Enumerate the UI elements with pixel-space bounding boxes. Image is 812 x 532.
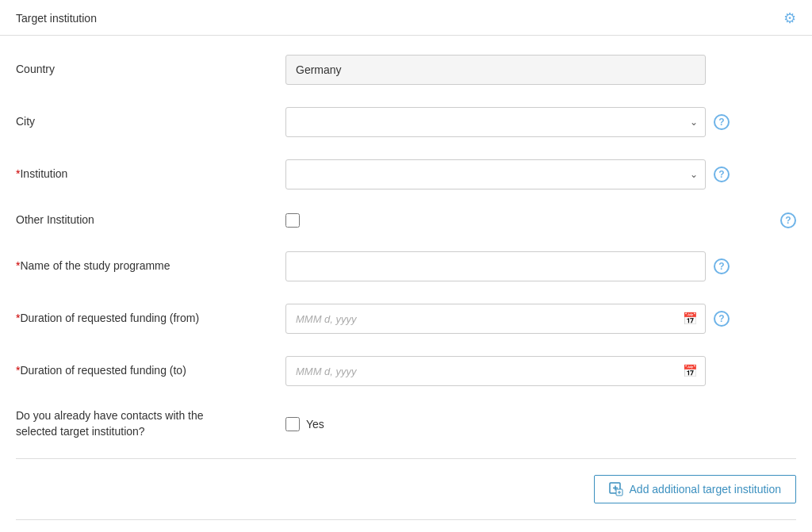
add-institution-icon <box>609 482 623 496</box>
contacts-label: Do you already have contacts with the se… <box>16 408 285 439</box>
institution-control-wrap: ⌄ ? <box>285 159 796 189</box>
gear-icon[interactable]: ⚙ <box>783 10 796 27</box>
form-body: Country City ⌄ ? *Institution <box>0 36 812 532</box>
other-institution-row: Other Institution ? <box>16 201 796 240</box>
institution-help-icon[interactable]: ? <box>714 166 730 182</box>
funding-to-row: *Duration of requested funding (to) 📅 <box>16 345 796 397</box>
add-button-row: Add additional target institution <box>16 458 796 511</box>
contacts-checkbox-wrap: Yes <box>285 417 324 431</box>
other-institution-label: Other Institution <box>16 212 285 228</box>
country-input[interactable] <box>285 55 706 85</box>
other-institution-control-wrap: ? <box>285 212 796 228</box>
study-programme-help-icon[interactable]: ? <box>714 258 730 274</box>
contacts-checkbox-label: Yes <box>306 418 324 431</box>
institution-select-wrapper: ⌄ <box>285 159 706 189</box>
funding-from-row: *Duration of requested funding (from) 📅 … <box>16 293 796 345</box>
section-header: Target institution ⚙ <box>0 0 812 36</box>
funding-from-label: *Duration of requested funding (from) <box>16 311 285 327</box>
city-select[interactable] <box>285 107 706 137</box>
country-control-wrap <box>285 55 796 85</box>
other-institution-help-icon[interactable]: ? <box>780 212 796 228</box>
study-programme-input[interactable] <box>285 251 706 281</box>
funding-to-date-wrapper: 📅 <box>285 356 706 386</box>
study-programme-row: *Name of the study programme ? <box>16 240 796 293</box>
contacts-control-wrap: Yes <box>285 417 796 431</box>
country-label: Country <box>16 62 285 78</box>
contacts-row: Do you already have contacts with the se… <box>16 397 796 450</box>
page-container: Target institution ⚙ Country City ⌄ ? <box>0 0 812 532</box>
bottom-divider <box>16 519 796 520</box>
section-title: Target institution <box>16 12 97 25</box>
city-control-wrap: ⌄ ? <box>285 107 796 137</box>
city-label: City <box>16 114 285 130</box>
contacts-checkbox[interactable] <box>285 417 300 431</box>
other-institution-checkbox[interactable] <box>285 213 300 228</box>
funding-from-control-wrap: 📅 ? <box>285 304 796 334</box>
city-select-wrapper: ⌄ <box>285 107 706 137</box>
funding-from-help-icon[interactable]: ? <box>714 311 730 327</box>
funding-from-input[interactable] <box>285 304 706 334</box>
study-programme-label: *Name of the study programme <box>16 258 285 274</box>
funding-to-input[interactable] <box>285 356 706 386</box>
study-programme-control-wrap: ? <box>285 251 796 281</box>
funding-to-label: *Duration of requested funding (to) <box>16 363 285 379</box>
institution-select[interactable] <box>285 159 706 189</box>
country-row: Country <box>16 44 796 96</box>
add-additional-target-button[interactable]: Add additional target institution <box>594 475 796 503</box>
institution-label: *Institution <box>16 166 285 182</box>
add-additional-target-label: Add additional target institution <box>630 483 781 496</box>
other-institution-checkbox-wrap <box>285 213 300 228</box>
institution-row: *Institution ⌄ ? <box>16 148 796 201</box>
funding-to-control-wrap: 📅 <box>285 356 796 386</box>
funding-from-date-wrapper: 📅 <box>285 304 706 334</box>
city-row: City ⌄ ? <box>16 96 796 148</box>
city-help-icon[interactable]: ? <box>714 114 730 130</box>
